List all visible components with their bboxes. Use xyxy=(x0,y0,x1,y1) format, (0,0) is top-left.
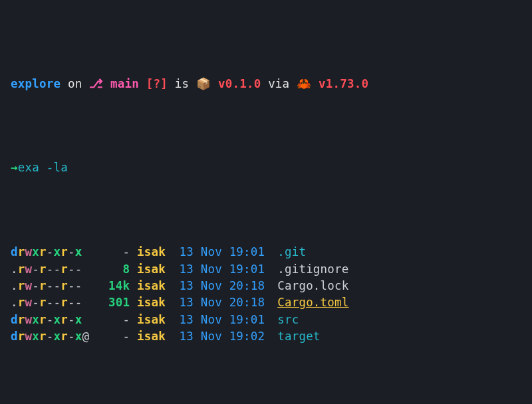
list-item: drwxr-xr-x@ - isak 13 Nov 19:02 target xyxy=(11,328,521,345)
file-owner: isak xyxy=(137,312,172,328)
prompt-line-1: explore on ⎇ main [?] is 📦 v0.1.0 via 🦀 … xyxy=(11,76,521,92)
rust-ver: v1.73.0 xyxy=(319,77,368,90)
exa-output: drwxr-xr-x - isak 13 Nov 19:01 .git.rw-r… xyxy=(11,244,521,345)
list-item: .rw-r--r-- 8 isak 13 Nov 19:01 .gitignor… xyxy=(11,261,521,278)
file-date: 13 Nov 19:01 xyxy=(179,312,270,328)
file-name: Cargo.lock xyxy=(277,279,348,292)
perm: .rw-r--r-- xyxy=(11,278,94,294)
branch-icon: ⎇ xyxy=(89,77,103,90)
file-name: .gitignore xyxy=(277,262,348,276)
file-name: Cargo.toml xyxy=(277,296,348,309)
crab-icon: 🦀 xyxy=(297,77,311,90)
file-date: 13 Nov 20:18 xyxy=(179,278,270,294)
list-item: drwxr-xr-x - isak 13 Nov 19:01 .git xyxy=(11,244,521,260)
file-date: 13 Nov 19:02 xyxy=(179,328,270,345)
perm: .rw-r--r-- xyxy=(11,294,94,311)
file-date: 13 Nov 19:01 xyxy=(179,244,270,260)
file-name: target xyxy=(277,330,320,343)
perm: drwxr-xr-x xyxy=(11,312,94,328)
blank-line xyxy=(11,396,521,404)
file-owner: isak xyxy=(137,328,172,345)
command-line-1[interactable]: →exa -la xyxy=(11,159,521,176)
file-owner: isak xyxy=(137,278,172,294)
file-size: - xyxy=(102,312,130,328)
prompt-on: on xyxy=(68,77,82,90)
perm: .rw-r--r-- xyxy=(11,261,94,278)
terminal[interactable]: explore on ⎇ main [?] is 📦 v0.1.0 via 🦀 … xyxy=(0,0,532,404)
file-size: - xyxy=(102,328,130,345)
git-status: [?] xyxy=(146,77,168,90)
file-owner: isak xyxy=(137,294,172,311)
command-1[interactable]: exa -la xyxy=(18,161,68,174)
branch: main xyxy=(110,77,139,90)
perm: drwxr-xr-x xyxy=(11,244,94,260)
file-size: 14k xyxy=(102,278,130,294)
list-item: drwxr-xr-x - isak 13 Nov 19:01 src xyxy=(11,312,521,328)
file-date: 13 Nov 19:01 xyxy=(179,261,270,278)
prompt-dir: explore xyxy=(11,77,61,90)
file-size: - xyxy=(102,244,130,260)
file-owner: isak xyxy=(137,261,172,278)
prompt-is: is xyxy=(175,77,189,90)
file-size: 8 xyxy=(102,261,130,278)
file-owner: isak xyxy=(137,244,172,260)
perm: drwxr-xr-x@ xyxy=(11,328,94,345)
pkg-ver: v0.1.0 xyxy=(218,77,261,90)
file-name: .git xyxy=(277,245,306,258)
list-item: .rw-r--r-- 14k isak 13 Nov 20:18 Cargo.l… xyxy=(11,278,521,294)
prompt-arrow: → xyxy=(11,161,18,174)
prompt-via: via xyxy=(268,77,289,90)
file-size: 301 xyxy=(102,294,130,311)
file-date: 13 Nov 20:18 xyxy=(179,294,270,311)
package-icon: 📦 xyxy=(196,77,211,90)
file-name: src xyxy=(277,313,299,326)
list-item: .rw-r--r-- 301 isak 13 Nov 20:18 Cargo.t… xyxy=(11,294,521,311)
